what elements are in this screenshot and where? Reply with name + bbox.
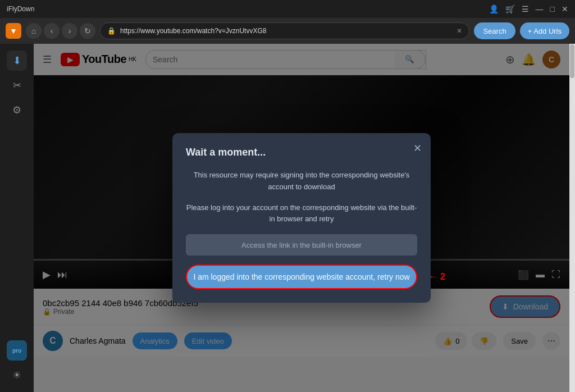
refresh-nav-button[interactable]: ↻ [80,23,95,39]
modal-body-2: Please log into your account on the corr… [186,202,417,226]
browser-content: ☰ ▶ YouTubeHK 🔍 ⊕ 🔔 C ▶ [34,44,569,392]
user-icon[interactable]: 👤 [489,4,499,13]
browser-chrome: ▼ ⌂ ‹ › ↻ 🔒 ✕ Search + Add Urls [0,18,575,44]
modal-retry-arrow: ← 2 [429,272,445,282]
modal-close-button[interactable]: ✕ [413,142,422,154]
maximize-button[interactable]: □ [550,4,555,13]
title-bar-left: iFlyDown [7,5,34,13]
address-bar[interactable]: 🔒 ✕ [100,22,469,39]
minimize-button[interactable]: — [536,4,544,13]
modal-access-button[interactable]: Access the link in the built-in browser [186,234,417,256]
modal-overlay: Wait a moment... ✕ This resource may req… [34,44,569,392]
cart-icon[interactable]: 🛒 [505,4,515,13]
app-title: iFlyDown [7,5,34,13]
title-bar-controls: 👤 🛒 ☰ — □ ✕ [489,4,568,13]
lock-icon: 🔒 [107,27,116,35]
close-button[interactable]: ✕ [562,4,568,13]
sidebar-brightness-icon[interactable]: ☀ [7,365,27,385]
main-layout: ⬇ ✂ ⚙ pro ☀ ☰ ▶ YouTubeHK 🔍 ⊕ 🔔 C [0,44,575,392]
menu-icon[interactable]: ☰ [522,4,529,13]
forward-nav-button[interactable]: › [62,23,77,39]
home-nav-button[interactable]: ⌂ [26,23,42,39]
back-nav-button[interactable]: ‹ [44,23,60,39]
add-urls-button[interactable]: + Add Urls [520,22,569,39]
pro-badge[interactable]: pro [7,340,27,361]
search-button[interactable]: Search [474,22,515,39]
sidebar-settings-icon[interactable]: ⚙ [7,100,27,120]
app-icon: ▼ [6,23,21,39]
modal-body-1: This resource may require signing into t… [186,170,417,193]
nav-buttons: ⌂ ‹ › ↻ [26,23,95,39]
wait-modal: Wait a moment... ✕ This resource may req… [172,133,431,303]
url-input[interactable] [120,27,452,35]
modal-retry-button[interactable]: I am logged into the corresponding websi… [186,265,417,289]
sidebar-scissors-icon[interactable]: ✂ [7,75,27,95]
scrollbar-thumb[interactable] [570,44,574,78]
sidebar-download-icon[interactable]: ⬇ [7,51,27,71]
app-sidebar: ⬇ ✂ ⚙ pro ☀ [0,44,34,392]
scrollbar[interactable] [569,44,575,392]
title-bar: iFlyDown 👤 🛒 ☰ — □ ✕ [0,0,575,18]
modal-title: Wait a moment... [186,147,417,158]
modal-retry-wrap: I am logged into the corresponding websi… [186,265,417,289]
clear-url-button[interactable]: ✕ [457,27,462,35]
